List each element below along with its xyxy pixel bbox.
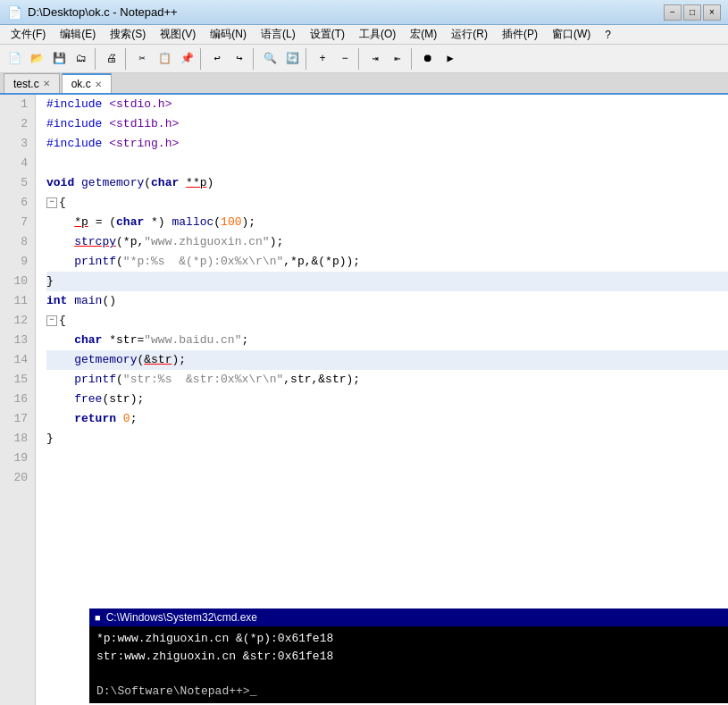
cmd-line-2: str:www.zhiguoxin.cn &str:0x61fe18 [96,648,728,666]
code-line-10: } [46,272,728,291]
tab-test-c-close[interactable]: ✕ [43,79,50,88]
undo-button[interactable]: ↩ [206,48,228,70]
menu-item-p[interactable]: 插件(P) [495,25,545,44]
new-button[interactable]: 📄 [4,48,25,70]
pp-1: #include [46,96,102,113]
tab-ok-c[interactable]: ok.c ✕ [62,73,112,93]
editor-wrapper[interactable]: #include <stdio.h> #include <stdlib.h> #… [36,95,728,705]
menu-bar: 文件(F)编辑(E)搜索(S)视图(V)编码(N)语言(L)设置(T)工具(O)… [0,25,728,45]
toolbar-separator-7 [411,48,414,70]
code-line-3: #include <string.h> [46,134,728,154]
ln-13: 13 [7,331,28,350]
fn-free: free [74,390,102,408]
save-all-button[interactable]: 🗂 [71,48,92,70]
paste-button[interactable]: 📌 [176,48,197,70]
title-bar: 📄 D:\Desktop\ok.c - Notepad++ − □ × [0,0,728,25]
tab-ok-c-close[interactable]: ✕ [95,80,102,89]
ln-16: 16 [7,390,28,409]
save-button[interactable]: 💾 [48,48,70,70]
code-line-20 [46,468,728,488]
fn-strcpy: strcpy [74,233,116,251]
editor: 1 2 3 4 5 6 7 8 9 10 11 12 13 14 15 16 1… [0,95,728,705]
ln-5: 5 [7,173,28,193]
toolbar-separator-4 [253,48,256,70]
cmd-title-bar: ■ C:\Windows\System32\cmd.exe [89,608,728,626]
ln-15: 15 [7,370,28,390]
code-line-17: return 0; [46,409,728,429]
minimize-button[interactable]: − [664,4,682,21]
addr-str: &str [144,351,172,369]
code-line-13: char *str="www.baidu.cn"; [46,331,728,350]
str-url1: "www.zhiguoxin.cn" [144,233,269,251]
close-button[interactable]: × [703,4,721,21]
app-icon: 📄 [7,5,22,20]
ln-1: 1 [7,95,28,114]
menu-item-w[interactable]: 窗口(W) [545,25,598,44]
fold-button-12[interactable]: − [46,315,57,326]
menu-item-t[interactable]: 设置(T) [303,25,352,44]
fold-button-6[interactable]: − [46,197,57,208]
ln-4: 4 [7,154,28,173]
cmd-line-3 [96,665,728,683]
copy-button[interactable]: 📋 [154,48,175,70]
num-100: 100 [221,214,241,231]
cmd-line-4: D:\Software\Notepad++>_ [96,683,728,701]
run-button[interactable]: ▶ [439,48,461,70]
code-line-15: printf("str:%s &str:0x%x\r\n",str,&str); [46,370,728,390]
open-button[interactable]: 📂 [26,48,47,70]
ln-20: 20 [7,468,28,488]
code-line-2: #include <stdlib.h> [46,114,728,134]
inc-1: <stdio.h> [109,96,172,113]
str-fmt2: "str:%s &str:0x%x\r\n" [123,371,283,389]
find-button[interactable]: 🔍 [259,48,280,70]
ln-11: 11 [7,291,28,311]
redo-button[interactable]: ↪ [229,48,250,70]
deref-p: *p [74,214,88,231]
menu-item-n[interactable]: 编码(N) [203,25,254,44]
line-numbers: 1 2 3 4 5 6 7 8 9 10 11 12 13 14 15 16 1… [0,95,36,705]
num-0: 0 [123,410,130,428]
code-line-12: −{ [46,311,728,331]
ln-3: 3 [7,134,28,154]
code-line-16: free(str); [46,390,728,409]
toolbar-separator-6 [358,48,362,70]
menu-item-r[interactable]: 运行(R) [444,25,495,44]
fn-getmemory2: getmemory [74,351,137,369]
macro-button[interactable]: ⏺ [417,48,439,70]
tab-test-c-label: test.c [13,78,39,90]
toolbar-separator-2 [125,48,129,70]
str-url2: "www.baidu.cn" [144,332,241,349]
zoom-in-button[interactable]: + [312,48,333,70]
kw-void: void [46,174,74,192]
cmd-icon: ■ [95,612,101,623]
menu-item-[interactable]: ? [598,27,618,43]
menu-item-l[interactable]: 语言(L) [254,25,303,44]
code-line-11: int main() [46,291,728,311]
menu-item-e[interactable]: 编辑(E) [53,25,103,44]
menu-item-v[interactable]: 视图(V) [153,25,203,44]
pp-3: #include [46,135,102,153]
ln-17: 17 [7,409,28,429]
toolbar-separator-5 [305,48,309,70]
indent-button[interactable]: ⇥ [364,48,386,70]
outdent-button[interactable]: ⇤ [387,48,408,70]
fn-malloc: malloc [172,214,213,231]
print-button[interactable]: 🖨 [101,48,122,70]
menu-item-s[interactable]: 搜索(S) [103,25,153,44]
menu-item-m[interactable]: 宏(M) [403,25,444,44]
replace-button[interactable]: 🔄 [281,48,303,70]
menu-item-f[interactable]: 文件(F) [4,25,53,44]
window-controls: − □ × [664,4,721,21]
zoom-out-button[interactable]: − [334,48,356,70]
cmd-title-text: C:\Windows\System32\cmd.exe [106,611,257,624]
code-line-19 [46,449,728,468]
str-fmt1: "*p:%s &(*p):0x%x\r\n" [123,253,283,271]
maximize-button[interactable]: □ [683,4,701,21]
menu-item-o[interactable]: 工具(O) [352,25,403,44]
tab-ok-c-label: ok.c [71,78,91,90]
ln-7: 7 [7,213,28,232]
window-title: D:\Desktop\ok.c - Notepad++ [28,5,664,19]
tab-test-c[interactable]: test.c ✕ [4,73,60,93]
kw-int: int [46,292,67,310]
cut-button[interactable]: ✂ [131,48,153,70]
